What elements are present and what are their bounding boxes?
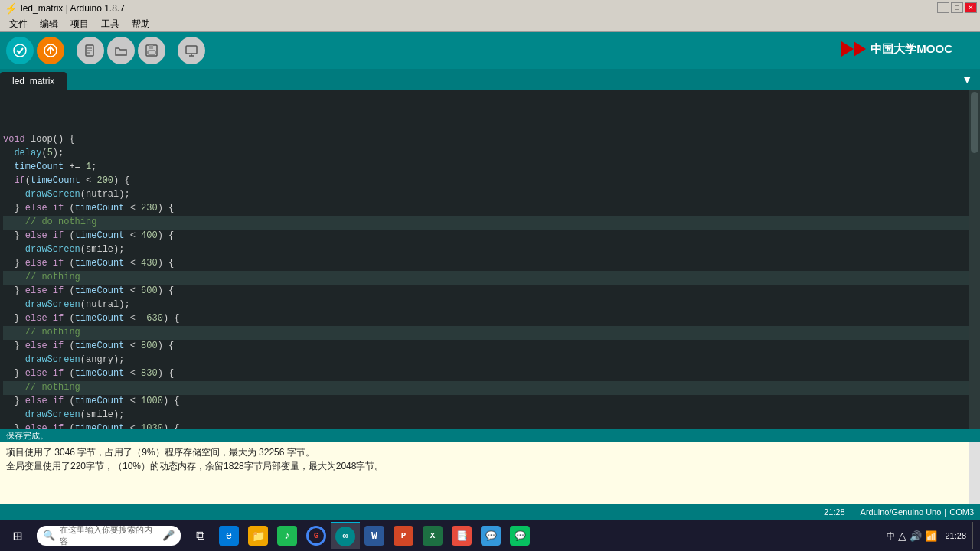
svg-point-0 [14, 44, 26, 57]
svg-rect-10 [186, 46, 197, 54]
code-line-7: } else if (timeCount < 400) { [3, 230, 980, 243]
console-scrollbar[interactable] [969, 442, 980, 504]
main-container: ⚡ led_matrix | Arduino 1.8.7 — □ ✕ 文件 编辑… [0, 0, 980, 520]
browser-button[interactable]: e [214, 522, 243, 549]
clock-time: 21:28 [945, 530, 966, 541]
scroll-thumb[interactable] [971, 92, 978, 153]
menubar: 文件 编辑 项目 工具 帮助 [0, 17, 980, 32]
edge-icon: e [219, 526, 239, 546]
editor[interactable]: void loop() { delay(5); timeCount += 1; … [0, 90, 980, 429]
arduino-icon: ∞ [335, 527, 355, 546]
system-clock: 21:28 [945, 530, 966, 541]
menu-file[interactable]: 文件 [3, 18, 34, 31]
code-line-6: // do nothing [3, 216, 980, 230]
console-line-2: 全局变量使用了220字节，（10%）的动态内存，余留1828字节局部变量，最大为… [6, 459, 974, 473]
code-line-15: } else if (timeCount < 800) { [3, 340, 980, 354]
music-button[interactable]: ♪ [273, 522, 302, 549]
code-line-0: void loop() { [3, 133, 980, 147]
windows-icon: ⊞ [8, 526, 28, 546]
code-line-17: } else if (timeCount < 830) { [3, 367, 980, 381]
save-button[interactable] [138, 37, 165, 64]
code-line-1: delay(5); [3, 147, 980, 161]
code-line-18: // nothing [3, 381, 980, 395]
search-icon: 🔍 [43, 530, 55, 542]
board-info: Arduino/Genuino Uno [861, 507, 942, 517]
code-line-9: } else if (timeCount < 430) { [3, 257, 980, 271]
chrome-icon: G [306, 526, 326, 546]
port-info: COM3 [949, 507, 974, 517]
close-button[interactable]: ✕ [965, 2, 977, 13]
tray-volume: 🔊 [910, 530, 922, 542]
code-line-20: drawScreen(smile); [3, 409, 980, 422]
app9-button[interactable]: 💬 [476, 522, 505, 549]
taskbar-right: 中 △ 🔊 📶 21:28 [887, 522, 977, 549]
code-line-4: drawScreen(nutral); [3, 188, 980, 202]
tray-network: 📶 [925, 530, 937, 542]
verify-button[interactable] [6, 37, 34, 64]
info-bar: 21:28 Arduino/Genuino Uno | COM3 [0, 504, 980, 520]
code-line-11: } else if (timeCount < 600) { [3, 285, 980, 298]
wechat-icon: 💬 [510, 526, 530, 546]
vertical-scrollbar[interactable] [969, 90, 980, 429]
mic-icon: 🎤 [162, 530, 175, 542]
code-line-12: drawScreen(nutral); [3, 298, 980, 312]
status-text: 保存完成。 [6, 430, 48, 442]
code-line-10: // nothing [3, 271, 980, 285]
app8-button[interactable]: 📑 [447, 522, 476, 549]
code-line-3: if(timeCount < 200) { [3, 174, 980, 188]
menu-project[interactable]: 项目 [64, 18, 95, 31]
show-desktop-button[interactable] [972, 522, 977, 549]
tab-led-matrix[interactable]: led_matrix [0, 72, 67, 90]
menu-tools[interactable]: 工具 [95, 18, 126, 31]
svg-rect-8 [149, 45, 153, 49]
status-bar: 保存完成。 [0, 429, 980, 442]
console-text: 项目使用了 3046 字节，占用了（9%）程序存储空间，最大为 32256 字节… [0, 442, 980, 476]
search-box[interactable]: 🔍 在这里输入你要搜索的内容 🎤 [37, 526, 181, 546]
app9-icon: 💬 [481, 526, 501, 546]
serial-monitor-button[interactable] [178, 37, 205, 64]
svg-marker-14 [854, 41, 866, 57]
wechat-button[interactable]: 💬 [505, 522, 534, 549]
tray-notify: △ [898, 530, 906, 542]
excel-icon: X [423, 526, 443, 546]
code-line-8: drawScreen(smile); [3, 243, 980, 257]
port-separator: | [944, 507, 946, 517]
folder-icon: 📁 [248, 526, 268, 546]
code-line-16: drawScreen(angry); [3, 354, 980, 367]
code-line-14: // nothing [3, 326, 980, 340]
word-icon: W [364, 526, 384, 546]
file-explorer-button[interactable]: 📁 [243, 522, 273, 549]
menu-edit[interactable]: 编辑 [34, 18, 64, 31]
taskbar: ⊞ 🔍 在这里输入你要搜索的内容 🎤 ⧉ e 📁 ♪ G ∞ W P X 📑 💬 [0, 520, 980, 551]
upload-button[interactable] [37, 37, 64, 64]
code-line-21: } else if (timeCount < 1030) { [3, 422, 980, 429]
search-button[interactable]: 🔍 在这里输入你要搜索的内容 🎤 [32, 522, 185, 549]
chrome-button[interactable]: G [302, 522, 331, 549]
start-button[interactable]: ⊞ [3, 522, 32, 549]
code-line-2: timeCount += 1; [3, 161, 980, 174]
music-icon: ♪ [277, 526, 297, 546]
tab-label: led_matrix [12, 76, 54, 86]
line-col-info: 21:28 [824, 507, 845, 517]
tab-dropdown-button[interactable]: ▼ [957, 69, 977, 90]
code-line-13: } else if (timeCount < 630) { [3, 312, 980, 326]
title-text: led_matrix | Arduino 1.8.7 [21, 3, 125, 14]
tabbar: led_matrix ▼ [0, 69, 980, 90]
powerpoint-button[interactable]: P [389, 522, 418, 549]
toolbar: 中国大学MOOC [0, 32, 980, 69]
open-button[interactable] [107, 37, 135, 64]
menu-help[interactable]: 帮助 [126, 18, 156, 31]
app8-icon: 📑 [452, 526, 472, 546]
word-button[interactable]: W [360, 522, 389, 549]
editor-content: void loop() { delay(5); timeCount += 1; … [0, 90, 980, 429]
new-button[interactable] [77, 37, 104, 64]
app-icon: ⚡ [5, 2, 18, 15]
mooc-text: 中国大学MOOC [871, 42, 952, 57]
excel-button[interactable]: X [418, 522, 447, 549]
window-controls: — □ ✕ [937, 2, 977, 13]
taskview-button[interactable]: ⧉ [185, 522, 214, 549]
minimize-button[interactable]: — [937, 2, 949, 13]
svg-marker-13 [841, 41, 854, 57]
maximize-button[interactable]: □ [951, 2, 963, 13]
arduino-taskbar[interactable]: ∞ [331, 522, 360, 549]
